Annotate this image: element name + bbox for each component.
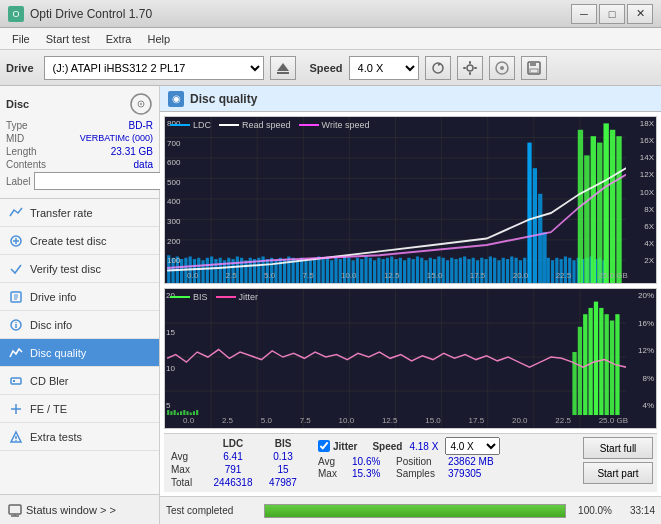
- sidebar-item-cd-bler[interactable]: CD Bler: [0, 367, 159, 395]
- x-label-2-5: 2.5: [225, 271, 236, 280]
- menu-help[interactable]: Help: [139, 31, 178, 47]
- start-full-button[interactable]: Start full: [583, 437, 653, 459]
- stats-total-label: Total: [168, 476, 208, 489]
- y-label-20pct: 20%: [630, 291, 654, 300]
- menubar: File Start test Extra Help: [0, 28, 661, 50]
- svg-rect-27: [13, 380, 15, 382]
- progress-bar-outer: [264, 504, 566, 518]
- eject-button[interactable]: [270, 56, 296, 80]
- sidebar-item-extra-tests[interactable]: Extra tests: [0, 423, 159, 451]
- stats-empty: [168, 437, 208, 450]
- menu-file[interactable]: File: [4, 31, 38, 47]
- label-input[interactable]: [34, 172, 167, 190]
- save-button[interactable]: [521, 56, 547, 80]
- menu-extra[interactable]: Extra: [98, 31, 140, 47]
- sidebar-item-transfer-rate[interactable]: Transfer rate: [0, 199, 159, 227]
- mid-label: MID: [6, 133, 24, 144]
- y-label-300: 300: [167, 217, 185, 226]
- status-window-button[interactable]: Status window > >: [0, 494, 159, 524]
- drive-info-label: Drive info: [30, 291, 76, 303]
- drive-label: Drive: [6, 62, 34, 74]
- cd-bler-label: CD Bler: [30, 375, 69, 387]
- svg-rect-158: [603, 123, 608, 283]
- disc-panel-icon: [129, 92, 153, 116]
- jitter-max: 15.3%: [352, 468, 392, 479]
- start-part-button[interactable]: Start part: [583, 462, 653, 484]
- x-label-10: 10.0: [341, 271, 357, 280]
- sidebar-item-drive-info[interactable]: Drive info: [0, 283, 159, 311]
- samples-val: 379305: [448, 468, 481, 479]
- speed-limit-select[interactable]: 4.0 X: [445, 437, 500, 455]
- verify-test-disc-label: Verify test disc: [30, 263, 101, 275]
- svg-rect-11: [530, 62, 536, 66]
- stats-bis-avg: 0.13: [258, 450, 308, 463]
- read-speed-legend: Read speed: [242, 120, 291, 130]
- sidebar-item-disc-info[interactable]: Disc info: [0, 311, 159, 339]
- x-label-7-5: 7.5: [302, 271, 313, 280]
- y-label-18x: 18X: [630, 119, 654, 128]
- stats-bis-max: 15: [258, 463, 308, 476]
- drive-select[interactable]: (J:) ATAPI iHBS312 2 PL17: [44, 56, 264, 80]
- svg-rect-189: [605, 315, 609, 416]
- stats-avg-label: Avg: [168, 450, 208, 463]
- refresh-button[interactable]: [425, 56, 451, 80]
- mid-value: VERBATIMc (000): [80, 133, 153, 144]
- maximize-button[interactable]: □: [599, 4, 625, 24]
- fe-te-label: FE / TE: [30, 403, 67, 415]
- y-label-5: 5: [166, 401, 182, 410]
- app-icon: O: [8, 6, 24, 22]
- stats-bis-total: 47987: [258, 476, 308, 489]
- menu-start-test[interactable]: Start test: [38, 31, 98, 47]
- svg-rect-160: [616, 136, 621, 283]
- stats-ldc-max: 791: [208, 463, 258, 476]
- sidebar-item-disc-quality[interactable]: Disc quality: [0, 339, 159, 367]
- svg-point-9: [500, 66, 504, 70]
- position-label: Position: [396, 456, 444, 467]
- stats-ldc-header: LDC: [208, 437, 258, 450]
- x-label-20: 20.0: [513, 271, 529, 280]
- svg-rect-12: [530, 69, 538, 73]
- y-label-700: 700: [167, 139, 185, 148]
- length-label: Length: [6, 146, 37, 157]
- svg-rect-183: [572, 352, 576, 415]
- y-label-12x: 12X: [630, 170, 654, 179]
- disc-quality-title: Disc quality: [190, 92, 257, 106]
- contents-label: Contents: [6, 159, 46, 170]
- content-area: ◉ Disc quality LDC Read speed: [160, 86, 661, 524]
- disc-quality-label: Disc quality: [30, 347, 86, 359]
- speed-select[interactable]: 4.0 X: [349, 56, 419, 80]
- svg-rect-159: [610, 130, 615, 284]
- sidebar-nav: Transfer rate Create test disc Verify te…: [0, 199, 159, 494]
- sidebar-item-fe-te[interactable]: FE / TE: [0, 395, 159, 423]
- y-label-400: 400: [167, 197, 185, 206]
- jitter-checkbox[interactable]: [318, 440, 330, 452]
- length-value: 23.31 GB: [111, 146, 153, 157]
- svg-rect-5: [469, 72, 471, 75]
- disc-panel-title: Disc: [6, 98, 29, 110]
- verify-test-disc-icon: [8, 261, 24, 277]
- svg-point-32: [15, 439, 16, 440]
- y-label-500: 500: [167, 178, 185, 187]
- ldc-legend: LDC: [193, 120, 211, 130]
- sidebar-item-verify-test-disc[interactable]: Verify test disc: [0, 255, 159, 283]
- y-label-8x: 8X: [630, 205, 654, 214]
- speed-label: Speed: [310, 62, 343, 74]
- type-label: Type: [6, 120, 28, 131]
- svg-rect-6: [463, 67, 466, 69]
- media-button[interactable]: [489, 56, 515, 80]
- stats-max-label: Max: [168, 463, 208, 476]
- x-label-5: 5.0: [264, 271, 275, 280]
- y-label-16x: 16X: [630, 136, 654, 145]
- svg-rect-156: [591, 136, 596, 283]
- max-label2: Max: [318, 468, 348, 479]
- charts-area: LDC Read speed Write speed: [160, 112, 661, 496]
- minimize-button[interactable]: ─: [571, 4, 597, 24]
- close-button[interactable]: ✕: [627, 4, 653, 24]
- svg-rect-26: [11, 378, 21, 384]
- speed-label-text: Speed: [372, 441, 402, 452]
- y-label-100: 100: [167, 256, 185, 265]
- disc-info-icon: [8, 317, 24, 333]
- type-value: BD-R: [129, 120, 153, 131]
- settings-button[interactable]: [457, 56, 483, 80]
- sidebar-item-create-test-disc[interactable]: Create test disc: [0, 227, 159, 255]
